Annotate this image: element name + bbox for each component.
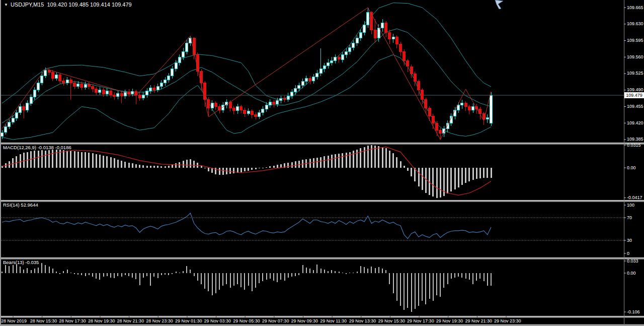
time-axis-label: 29 Nov 17:30	[407, 318, 434, 323]
time-axis-label: 28 Nov 17:30	[59, 318, 86, 323]
time-axis-label: 28 Nov 15:30	[30, 318, 57, 323]
macd-tick-label: 0.0315	[627, 143, 641, 148]
macd-tick-label: -0.0417	[627, 195, 642, 200]
time-axis-label: 29 Nov 21:30	[465, 318, 492, 323]
bears-histogram	[2, 263, 492, 312]
time-axis-label: 29 Nov 13:30	[349, 318, 376, 323]
time-axis-label: 29 Nov 05:30	[233, 318, 260, 323]
price-tick-label: 109.560	[627, 54, 643, 59]
zigzag-trendlines	[2, 8, 491, 140]
price-tick-label: 109.665	[627, 5, 643, 10]
bollinger-middle-line	[2, 29, 491, 123]
price-tick-label: 109.420	[627, 120, 643, 125]
macd-tick-label: 0.00	[627, 165, 636, 170]
rsi-indicator-label: RSI(14) 52.9644	[3, 202, 38, 208]
time-axis-label: 28 Nov 21:30	[117, 318, 144, 323]
time-axis-label: 29 Nov 19:30	[436, 318, 463, 323]
time-axis-label: 29 Nov 03:30	[204, 318, 231, 323]
bears-indicator-label: Bears(13) -0.035	[3, 259, 39, 265]
symbol-timeframe-label: USDJPY,M15	[11, 2, 44, 8]
mouse-cursor	[495, 0, 503, 9]
rsi-tick-label: 70	[627, 215, 632, 220]
price-tick-label: 109.385	[627, 137, 643, 142]
chart-canvas[interactable]	[0, 0, 644, 326]
macd-signal-line	[2, 147, 491, 195]
time-axis-label: 28 Nov 19:30	[88, 318, 115, 323]
time-axis-label: 29 Nov 15:30	[378, 318, 405, 323]
price-tick-label: 109.630	[627, 21, 643, 26]
chevron-down-icon: ▼	[4, 3, 8, 7]
price-tick-label: 109.490	[627, 87, 643, 92]
time-axis-label: 29 Nov 09:30	[291, 318, 318, 323]
ohlc-quote-label: 109.420 109.485 109.414 109.479	[47, 2, 131, 8]
window-left-border	[0, 0, 1, 326]
macd-histogram	[2, 145, 492, 198]
current-price-badge: 109.479	[624, 92, 644, 98]
chart-title: ▼USDJPY,M15 109.420 109.485 109.414 109.…	[4, 2, 132, 8]
price-tick-label: 109.525	[627, 71, 643, 76]
rsi-line	[2, 213, 491, 239]
rsi-tick-label: 0	[627, 251, 629, 256]
time-axis-label: 29 Nov 11:30	[320, 318, 347, 323]
bears-tick-label: -0.106	[627, 309, 640, 314]
price-tick-label: 109.455	[627, 104, 643, 109]
bollinger-lower-line	[2, 55, 491, 140]
macd-indicator-label: MACD(12,26,9) -0.0138 -0.0186	[3, 145, 71, 150]
bears-tick-label: 0.00	[627, 271, 636, 276]
bears-tick-label: 0.033	[627, 258, 638, 264]
price-tick-label: 109.595	[627, 38, 643, 43]
rsi-tick-label: 100	[627, 203, 634, 208]
time-axis-label: 29 Nov 23:30	[494, 318, 521, 323]
candlestick-series	[1, 8, 493, 140]
rsi-tick-label: 30	[627, 238, 632, 243]
time-axis-label: 29 Nov 07:30	[262, 318, 289, 323]
time-axis-label: 28 Nov 2019	[1, 318, 27, 323]
chart-window: ▼USDJPY,M15 109.420 109.485 109.414 109.…	[0, 0, 644, 326]
time-axis-label: 29 Nov 01:30	[175, 318, 202, 323]
time-axis-label: 28 Nov 23:30	[146, 318, 173, 323]
